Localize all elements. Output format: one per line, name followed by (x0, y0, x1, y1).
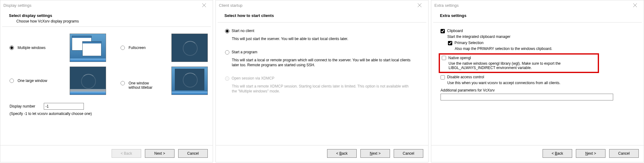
window-title: Client startup (219, 3, 243, 8)
wizard-header: Select display settings Choose how VcXsr… (0, 10, 213, 26)
checkbox-description: Start the integrated clipboard manager (447, 35, 634, 39)
close-button[interactable] (629, 1, 641, 10)
option-description: This will start a local or remote progra… (232, 58, 414, 67)
titlebar: Extra settings (431, 0, 644, 10)
thumbnail-one-window-without-titlebar (171, 67, 208, 95)
display-number-label: Display number (10, 104, 35, 108)
radio-start-a-program[interactable]: Start a program (225, 50, 257, 54)
radio-fullscreen[interactable]: Fullscreen (121, 46, 171, 50)
checkbox-input-clipboard[interactable] (441, 29, 445, 33)
checkbox-native-opengl[interactable]: Native opengl (442, 56, 471, 60)
radio-start-a-program-block: Start a program This will start a local … (225, 50, 419, 67)
radio-one-large-window[interactable]: One large window (10, 79, 70, 83)
next-button[interactable]: Next > (360, 149, 390, 158)
checkbox-input-native-opengl[interactable] (442, 56, 446, 60)
checkbox-input-disable-access-control[interactable] (441, 75, 445, 79)
radio-label: Start a program (232, 50, 257, 54)
checkbox-input-primary-selection[interactable] (448, 41, 452, 45)
checkbox-clipboard-block: Clipboard Start the integrated clipboard… (441, 29, 634, 51)
close-button[interactable] (413, 1, 426, 10)
checkbox-primary-selection[interactable]: Primary Selection (448, 41, 483, 45)
thumbnail-multiple-windows (70, 34, 106, 62)
radio-multiple-windows[interactable]: Multiple windows (10, 46, 70, 50)
radio-input-multiple-windows[interactable] (10, 46, 14, 50)
checkbox-description: Use this when you want vcxsrv to accept … (447, 81, 634, 85)
page-title: Select how to start clients (224, 13, 423, 18)
dialog-extra-settings: Extra settings Extra settings Clipboard … (431, 0, 644, 162)
checkbox-primary-selection-block: Primary Selection Also map the PRIMARY s… (448, 41, 634, 51)
back-button[interactable]: < Back (327, 149, 357, 158)
close-icon (202, 3, 206, 7)
radio-xdmcp-block: Open session via XDMCP This will start a… (225, 76, 419, 94)
checkbox-label: Native opengl (448, 56, 471, 60)
window-title: Display settings (3, 3, 31, 8)
wizard-header: Extra settings (431, 10, 644, 22)
radio-input-start-a-program[interactable] (225, 50, 229, 55)
checkbox-disable-access-control-block: Disable access control Use this when you… (441, 75, 634, 85)
radio-label: Open session via XDMCP (232, 76, 274, 80)
next-button[interactable]: Next > (576, 149, 605, 158)
close-icon (417, 3, 422, 7)
highlight-native-opengl: Native opengl Use the native windows ope… (439, 53, 599, 73)
thumbnail-fullscreen (171, 34, 208, 62)
titlebar: Display settings (0, 0, 213, 10)
thumbnail-one-large-window (70, 67, 106, 95)
radio-label: Multiple windows (18, 46, 46, 50)
radio-input-one-window-without-titlebar[interactable] (121, 81, 125, 85)
cancel-button[interactable]: Cancel (394, 149, 423, 158)
checkbox-description: Also map the PRIMARY selection to the wi… (455, 47, 634, 51)
radio-input-one-large-window[interactable] (10, 79, 14, 83)
page-title: Extra settings (440, 13, 638, 18)
radio-label: Start no client (232, 29, 254, 33)
close-icon (633, 3, 637, 7)
titlebar: Client startup (216, 0, 428, 10)
option-description: This will just start the xserver. You wi… (232, 36, 414, 41)
page-subtitle: Choose how VcXsrv display programs (16, 19, 207, 23)
checkbox-clipboard[interactable]: Clipboard (441, 29, 463, 33)
option-description: This will start a remote XDMCP session. … (232, 84, 414, 94)
radio-input-xdmcp (225, 76, 229, 81)
close-button[interactable] (198, 1, 210, 10)
wizard-footer: < Back Next > Cancel (431, 145, 644, 162)
radio-one-window-without-titlebar[interactable]: One window without titlebar (121, 72, 171, 90)
window-title: Extra settings (434, 3, 459, 8)
next-button[interactable]: Next > (145, 149, 174, 158)
radio-start-no-client-block: Start no client This will just start the… (225, 29, 419, 41)
radio-label: One large window (18, 79, 47, 83)
radio-input-fullscreen[interactable] (121, 46, 125, 50)
wizard-footer: < Back Next > Cancel (216, 145, 428, 162)
checkbox-label: Clipboard (447, 29, 463, 33)
display-number-input[interactable] (44, 103, 84, 110)
wizard-footer: < Back Next > Cancel (0, 145, 213, 162)
additional-params-label: Additional parameters for VcXsrv (441, 88, 634, 92)
display-number-hint: (Specify -1 to let vcxsrv automatically … (10, 112, 203, 116)
dialog-client-startup: Client startup Select how to start clien… (215, 0, 429, 162)
checkbox-description: Use the native windows opengl library (w… (449, 61, 596, 70)
page-title: Select display settings (9, 13, 207, 18)
checkbox-label: Primary Selection (454, 41, 483, 45)
radio-start-no-client[interactable]: Start no client (225, 29, 254, 33)
radio-input-start-no-client[interactable] (225, 29, 229, 33)
checkbox-disable-access-control[interactable]: Disable access control (441, 75, 484, 79)
back-button[interactable]: < Back (112, 149, 141, 158)
radio-label: Fullscreen (129, 46, 146, 50)
dialog-display-settings: Display settings Select display settings… (0, 0, 213, 162)
radio-label: One window without titlebar (129, 81, 152, 90)
wizard-header: Select how to start clients (216, 10, 428, 22)
cancel-button[interactable]: Cancel (178, 149, 208, 158)
cancel-button[interactable]: Cancel (609, 149, 639, 158)
additional-params-input[interactable] (441, 94, 613, 100)
back-button[interactable]: < Back (543, 149, 572, 158)
radio-xdmcp: Open session via XDMCP (225, 76, 274, 80)
checkbox-label: Disable access control (447, 75, 484, 79)
